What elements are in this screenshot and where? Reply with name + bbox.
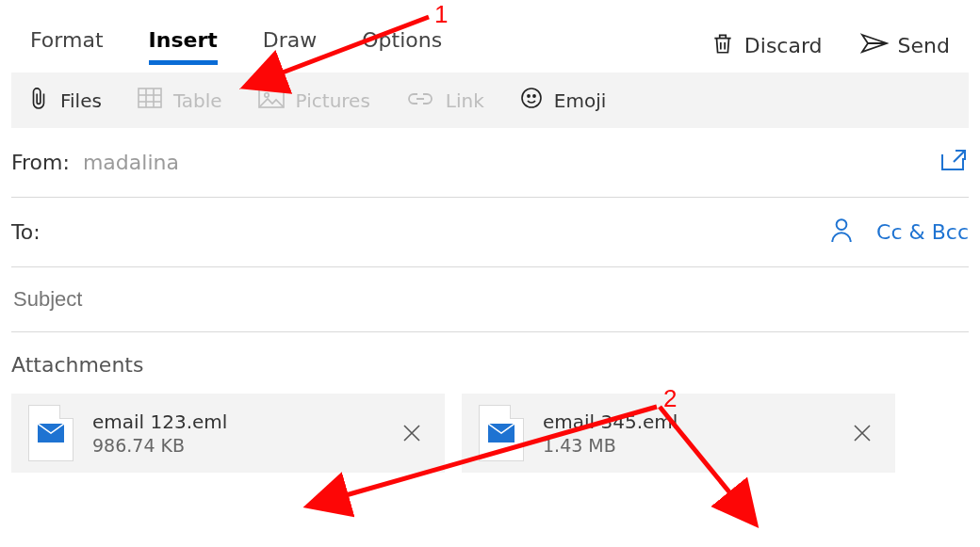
cc-bcc-button[interactable]: Cc & Bcc: [876, 220, 969, 244]
send-button[interactable]: Send: [860, 32, 950, 59]
svg-point-2: [264, 93, 268, 97]
svg-point-4: [528, 95, 530, 97]
attachments-list: email 123.eml 986.74 KB email 345.eml 1.…: [0, 394, 980, 486]
tab-bar: Format Insert Draw Options Discard Send: [0, 0, 980, 63]
subject-input[interactable]: [11, 286, 969, 313]
tab-format[interactable]: Format: [30, 28, 104, 63]
table-icon: [138, 88, 162, 113]
attachment-size: 1.43 MB: [543, 435, 678, 456]
to-label: To:: [11, 220, 68, 244]
tab-insert[interactable]: Insert: [149, 28, 218, 63]
insert-toolbar: Files Table Pictures Link: [11, 72, 969, 128]
attachment-name: email 123.eml: [92, 410, 227, 433]
insert-table-button[interactable]: Table: [138, 88, 222, 113]
insert-link-label: Link: [446, 89, 484, 112]
from-row: From: madalina: [11, 128, 969, 198]
insert-emoji-label: Emoji: [554, 89, 606, 112]
remove-attachment-button[interactable]: [396, 417, 428, 450]
svg-point-5: [533, 95, 535, 97]
subject-row[interactable]: [11, 267, 969, 332]
attachments-label: Attachments: [11, 332, 969, 394]
link-icon: [406, 89, 434, 112]
attachment-item[interactable]: email 123.eml 986.74 KB: [11, 394, 445, 473]
remove-attachment-button[interactable]: [846, 417, 878, 450]
to-actions: Cc & Bcc: [829, 217, 969, 248]
file-icon: [479, 405, 524, 461]
tab-draw[interactable]: Draw: [263, 28, 317, 63]
from-label: From:: [11, 151, 70, 174]
compose-area: From: madalina To: Cc & Bcc Attachme: [0, 128, 980, 394]
svg-point-6: [837, 219, 847, 230]
insert-pictures-button[interactable]: Pictures: [258, 88, 370, 113]
insert-link-button[interactable]: Link: [406, 89, 484, 112]
attachment-name: email 345.eml: [543, 410, 678, 433]
from-value[interactable]: madalina: [83, 151, 179, 174]
attachment-meta: email 345.eml 1.43 MB: [543, 410, 678, 456]
insert-files-button[interactable]: Files: [28, 86, 102, 115]
attachment-item[interactable]: email 345.eml 1.43 MB: [462, 394, 895, 473]
emoji-icon: [520, 87, 543, 114]
insert-pictures-label: Pictures: [296, 89, 370, 112]
paperclip-icon: [28, 86, 49, 115]
tab-list: Format Insert Draw Options: [30, 28, 442, 63]
discard-label: Discard: [744, 34, 823, 57]
file-icon: [28, 405, 74, 461]
send-label: Send: [898, 34, 950, 57]
send-icon: [860, 32, 889, 59]
attachment-meta: email 123.eml 986.74 KB: [92, 410, 227, 456]
insert-emoji-button[interactable]: Emoji: [520, 87, 606, 114]
discard-button[interactable]: Discard: [710, 30, 823, 61]
svg-point-3: [522, 88, 541, 107]
popout-icon[interactable]: [939, 147, 969, 178]
attachment-size: 986.74 KB: [92, 435, 227, 456]
tab-options[interactable]: Options: [362, 28, 442, 63]
tab-actions: Discard Send: [710, 30, 950, 61]
trash-icon: [710, 30, 735, 61]
insert-table-label: Table: [173, 89, 222, 112]
svg-rect-0: [139, 88, 161, 107]
contacts-icon[interactable]: [829, 217, 854, 248]
to-row[interactable]: To: Cc & Bcc: [11, 198, 969, 267]
insert-files-label: Files: [60, 89, 102, 112]
picture-icon: [258, 88, 285, 113]
